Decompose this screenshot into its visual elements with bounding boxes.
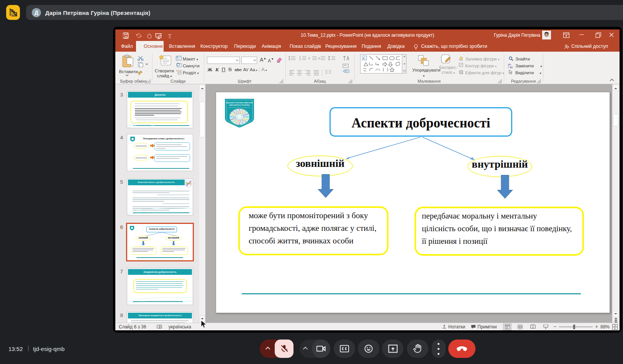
svg-text:КИЇВСЬКИЙ СТОЛИЧНИЙ УНІВЕРСИТЕ: КИЇВСЬКИЙ СТОЛИЧНИЙ УНІВЕРСИТЕТ: [226, 102, 253, 104]
svg-text:ІМЕНІ БОРИСА ГРІНЧЕНКА: ІМЕНІ БОРИСА ГРІНЧЕНКА: [229, 104, 249, 106]
svg-text:A: A: [362, 57, 365, 60]
svg-text:ac: ac: [510, 65, 513, 69]
